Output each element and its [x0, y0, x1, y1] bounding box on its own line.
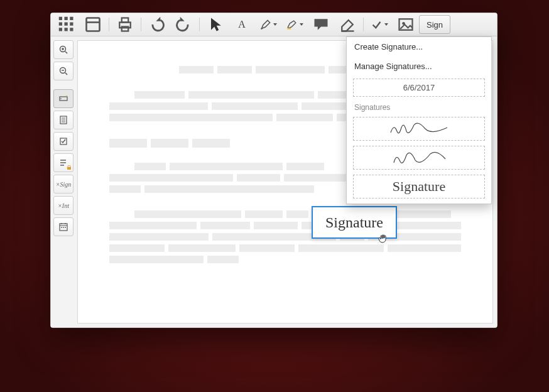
form-tool[interactable]	[53, 111, 73, 129]
locked-list-tool[interactable]	[53, 153, 73, 172]
zoom-in-button[interactable]	[53, 40, 73, 59]
highlighter-icon[interactable]	[281, 15, 308, 34]
svg-rect-3	[59, 23, 62, 26]
grid-icon[interactable]	[53, 15, 80, 34]
redo-icon[interactable]	[170, 15, 197, 34]
saved-signature-2[interactable]	[353, 146, 485, 170]
lock-icon	[67, 165, 72, 170]
text-tool-icon[interactable]: A	[229, 15, 255, 34]
signature-field-tool[interactable]: ×Sign	[53, 175, 73, 193]
initials-label: Int	[62, 202, 69, 209]
pointer-icon[interactable]	[202, 15, 229, 34]
page-icon[interactable]	[80, 15, 106, 34]
svg-rect-13	[122, 27, 129, 31]
svg-rect-9	[87, 18, 100, 31]
svg-rect-2	[70, 17, 73, 20]
pen-tool-icon[interactable]	[255, 15, 281, 34]
svg-rect-5	[70, 23, 73, 26]
svg-rect-1	[65, 17, 68, 20]
comment-icon[interactable]	[308, 15, 334, 34]
sign-label: Sign	[60, 181, 71, 188]
chevron-down-icon	[300, 23, 303, 26]
left-tools-panel: ×Sign ×Int	[51, 36, 76, 327]
sign-button-label: Sign	[427, 20, 443, 30]
create-signature-item[interactable]: Create Signature...	[347, 37, 491, 57]
svg-line-24	[65, 73, 67, 75]
chevron-down-icon	[273, 23, 277, 26]
print-icon[interactable]	[112, 15, 138, 34]
chevron-down-icon	[384, 23, 388, 26]
svg-rect-37	[67, 167, 71, 170]
svg-rect-8	[70, 28, 73, 31]
svg-point-28	[66, 95, 67, 97]
svg-rect-4	[65, 23, 68, 26]
svg-rect-42	[61, 227, 62, 228]
svg-rect-43	[63, 227, 64, 228]
text-field-tool[interactable]	[53, 89, 73, 108]
initials-field-tool[interactable]: ×Int	[53, 196, 73, 215]
svg-rect-0	[59, 17, 62, 20]
app-window: A Sign	[50, 13, 497, 328]
saved-signature-3[interactable]: Signature	[353, 175, 485, 199]
image-tool-icon[interactable]	[393, 15, 419, 34]
svg-rect-44	[65, 227, 66, 228]
sign-dropdown: Create Signature... Manage Signatures...…	[346, 36, 492, 204]
insert-date-item[interactable]: 6/6/2017	[353, 79, 485, 97]
svg-rect-7	[65, 28, 68, 31]
svg-rect-6	[59, 28, 62, 31]
signature-drag-label: Signature	[325, 214, 383, 231]
checkmark-tool-icon[interactable]	[366, 15, 393, 34]
signatures-section-label: Signatures	[347, 102, 491, 116]
main-toolbar: A Sign	[51, 13, 497, 36]
date-field-tool[interactable]	[53, 217, 73, 236]
zoom-out-button[interactable]	[53, 62, 73, 80]
svg-point-14	[261, 28, 262, 29]
checkbox-tool[interactable]	[53, 132, 73, 151]
saved-signature-1[interactable]	[353, 117, 485, 141]
eraser-icon[interactable]	[334, 15, 361, 34]
grab-cursor-icon	[378, 232, 390, 245]
sign-button[interactable]: Sign	[419, 15, 450, 34]
undo-icon[interactable]	[144, 15, 170, 34]
manage-signatures-item[interactable]: Manage Signatures...	[347, 57, 491, 76]
svg-line-20	[65, 52, 67, 53]
svg-rect-12	[122, 18, 129, 23]
